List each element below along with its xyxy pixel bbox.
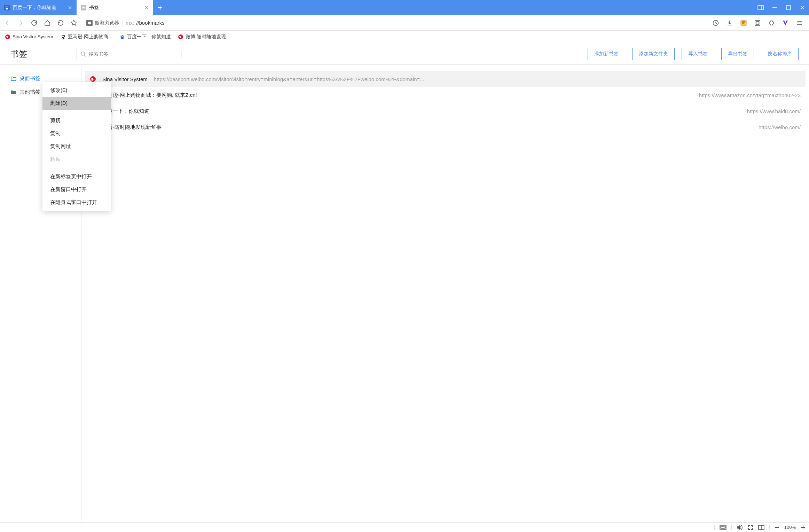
star-icon bbox=[81, 5, 86, 10]
menu-separator bbox=[42, 168, 111, 168]
svg-point-21 bbox=[179, 36, 181, 38]
svg-point-16 bbox=[120, 36, 122, 37]
menu-item-copy[interactable]: 复制 bbox=[42, 127, 111, 140]
search-input[interactable] bbox=[89, 51, 170, 57]
close-window-button[interactable] bbox=[799, 4, 806, 11]
screenshot-icon[interactable] bbox=[753, 19, 762, 27]
bookmark-bar-item[interactable]: 微博-随时随地发现... bbox=[178, 34, 230, 40]
menu-separator bbox=[42, 112, 111, 112]
download-icon[interactable] bbox=[725, 19, 734, 27]
site-label: 傲游浏览器 bbox=[95, 20, 119, 26]
bookmark-row[interactable]: 微博-随时随地发现新鲜事 https://weibo.com/ bbox=[85, 119, 806, 135]
svg-rect-6 bbox=[758, 6, 763, 10]
svg-point-22 bbox=[179, 37, 180, 38]
svg-point-2 bbox=[7, 6, 8, 7]
menu-item-open-new-window[interactable]: 在新窗口中打开 bbox=[42, 183, 111, 196]
forward-button[interactable] bbox=[17, 19, 25, 27]
weibo-icon bbox=[5, 34, 10, 40]
weibo-icon bbox=[178, 34, 183, 40]
bookmark-row[interactable]: 百度一下，你就知道 https://www.baidu.com/ bbox=[85, 103, 806, 119]
svg-point-19 bbox=[120, 37, 124, 39]
new-tab-button[interactable] bbox=[153, 0, 167, 15]
fullscreen-icon[interactable] bbox=[748, 525, 753, 530]
note-icon[interactable] bbox=[739, 19, 748, 27]
svg-point-23 bbox=[81, 52, 85, 55]
menu-item-cut[interactable]: 剪切 bbox=[42, 114, 111, 127]
svg-rect-12 bbox=[756, 22, 759, 24]
menu-item-copy-url[interactable]: 复制网址 bbox=[42, 140, 111, 153]
menu-item-paste: 粘贴 bbox=[42, 153, 111, 166]
svg-point-4 bbox=[6, 8, 8, 10]
amazon-icon bbox=[60, 34, 66, 40]
svg-point-15 bbox=[6, 37, 7, 38]
svg-rect-34 bbox=[720, 525, 726, 530]
minimize-button[interactable] bbox=[771, 4, 778, 11]
bookmark-list: Sina Visitor System https://passport.wei… bbox=[81, 65, 809, 522]
menu-item-delete[interactable]: 删除(D) bbox=[42, 97, 111, 110]
add-bookmark-button[interactable]: 添加新书签 bbox=[588, 48, 625, 60]
back-button[interactable] bbox=[3, 19, 12, 27]
page-header: 书签 | 添加新书签 添加新文件夹 导入书签 导出书签 按名称排序 bbox=[0, 43, 809, 65]
zoom-out-button[interactable] bbox=[775, 525, 779, 530]
network-icon[interactable] bbox=[720, 525, 726, 530]
bookmark-row[interactable]: 亚马逊-网上购物商城：要网购, 就来Z.cn! https://www.amaz… bbox=[85, 87, 806, 103]
sidebar-item-label: 其他书签 bbox=[19, 89, 40, 95]
svg-point-26 bbox=[92, 79, 92, 80]
svg-point-17 bbox=[123, 36, 124, 37]
bookmark-bar-item[interactable]: 亚马逊-网上购物商... bbox=[60, 34, 112, 40]
menu-item-open-new-tab[interactable]: 在新标签页中打开 bbox=[42, 170, 111, 183]
page-title: 书签 bbox=[10, 48, 70, 60]
baidu-icon bbox=[4, 5, 10, 10]
sort-button[interactable]: 按名称排序 bbox=[761, 48, 799, 60]
undo-button[interactable] bbox=[56, 19, 65, 27]
svg-rect-11 bbox=[755, 21, 760, 25]
search-icon bbox=[80, 51, 86, 57]
svg-point-18 bbox=[121, 35, 123, 36]
maximize-button[interactable] bbox=[785, 4, 792, 11]
bookmark-bar-item[interactable]: 百度一下，你就知道 bbox=[119, 34, 171, 40]
folder-outline-icon bbox=[10, 76, 17, 82]
tab-baidu[interactable]: 百度一下，你就知道 bbox=[0, 0, 77, 15]
url-path: //bookmarks bbox=[136, 20, 165, 26]
sidebar-item-label: 桌面书签 bbox=[19, 75, 40, 82]
menu-item-edit[interactable]: 修改(E) bbox=[42, 84, 111, 97]
menu-button[interactable] bbox=[795, 19, 803, 27]
close-icon[interactable] bbox=[144, 5, 149, 10]
extensions-icon[interactable] bbox=[767, 19, 776, 27]
url-scheme: mx: bbox=[126, 20, 134, 26]
close-icon[interactable] bbox=[68, 5, 72, 10]
search-box[interactable] bbox=[77, 48, 174, 60]
split-icon[interactable] bbox=[758, 525, 764, 530]
add-folder-button[interactable]: 添加新文件夹 bbox=[632, 48, 675, 60]
zoom-level: 100% bbox=[784, 525, 796, 530]
weibo-icon bbox=[90, 76, 96, 82]
import-button[interactable]: 导入书签 bbox=[682, 48, 714, 60]
home-button[interactable] bbox=[43, 19, 52, 27]
svg-point-3 bbox=[7, 6, 8, 7]
site-icon bbox=[86, 20, 93, 26]
v-icon[interactable] bbox=[781, 19, 790, 27]
reload-button[interactable] bbox=[30, 19, 38, 27]
svg-point-1 bbox=[5, 6, 6, 7]
bookmark-bar-item[interactable]: Sina Visitor System bbox=[5, 34, 53, 40]
baidu-icon bbox=[119, 34, 125, 40]
volume-icon[interactable] bbox=[737, 525, 743, 530]
bookmarks-bar: Sina Visitor System 亚马逊-网上购物商... 百度一下，你就… bbox=[0, 31, 809, 43]
bookmark-row[interactable]: Sina Visitor System https://passport.wei… bbox=[85, 71, 806, 87]
svg-rect-10 bbox=[741, 20, 746, 26]
window-controls bbox=[757, 0, 809, 15]
svg-rect-7 bbox=[786, 6, 791, 10]
folder-solid-icon bbox=[10, 89, 17, 95]
export-button[interactable]: 导出书签 bbox=[721, 48, 754, 60]
svg-rect-0 bbox=[4, 5, 10, 10]
zoom-in-button[interactable] bbox=[801, 525, 806, 530]
history-icon[interactable] bbox=[712, 19, 720, 27]
menu-item-open-incognito[interactable]: 在隐身式窗口中打开 bbox=[42, 196, 111, 209]
tab-bookmarks[interactable]: 书签 bbox=[77, 0, 153, 15]
tab-title: 百度一下，你就知道 bbox=[13, 5, 65, 11]
favorite-button[interactable] bbox=[70, 19, 78, 27]
panel-icon[interactable] bbox=[757, 4, 764, 11]
context-menu: 修改(E) 删除(D) 剪切 复制 复制网址 粘贴 在新标签页中打开 在新窗口中… bbox=[42, 82, 111, 211]
address-bar[interactable]: 傲游浏览器 mx://bookmarks bbox=[83, 18, 707, 28]
statusbar: 100% bbox=[0, 522, 809, 532]
